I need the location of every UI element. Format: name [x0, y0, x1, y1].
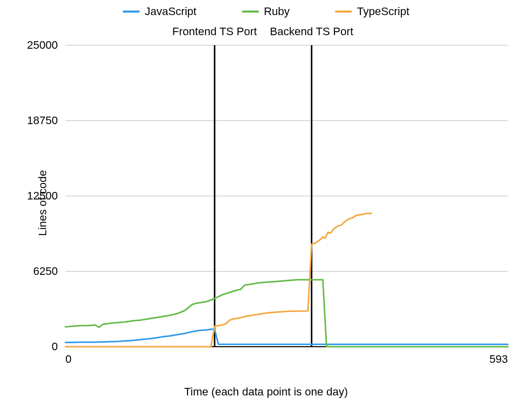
legend-label-javascript: JavaScript	[145, 5, 197, 18]
x-tick-label: 593	[489, 353, 508, 365]
legend: JavaScript Ruby TypeScript	[0, 5, 532, 18]
y-tick-label: 25000	[27, 39, 58, 51]
series-line-ruby	[65, 280, 508, 347]
y-tick-label: 18750	[27, 114, 58, 127]
plot-area: 062501250018750250000593Frontend TS Port…	[65, 45, 508, 354]
chart-container: JavaScript Ruby TypeScript Lines of code…	[0, 0, 532, 406]
legend-swatch-typescript	[335, 11, 352, 13]
legend-label-typescript: TypeScript	[357, 5, 409, 18]
legend-item-typescript: TypeScript	[335, 5, 409, 18]
chart-svg: 062501250018750250000593Frontend TS Port…	[65, 45, 508, 377]
annotation-label: Backend TS Port	[270, 25, 353, 38]
y-tick-label: 0	[52, 340, 58, 353]
legend-item-javascript: JavaScript	[123, 5, 197, 18]
y-axis-label: Lines of code	[36, 170, 49, 236]
annotation-label: Frontend TS Port	[172, 25, 257, 38]
legend-swatch-javascript	[123, 11, 140, 13]
y-tick-label: 12500	[27, 189, 58, 202]
series-line-javascript	[65, 329, 508, 344]
legend-swatch-ruby	[242, 11, 259, 13]
x-tick-label: 0	[65, 353, 71, 365]
x-axis-label: Time (each data point is one day)	[0, 385, 532, 398]
legend-item-ruby: Ruby	[242, 5, 290, 18]
y-tick-label: 6250	[33, 265, 58, 277]
legend-label-ruby: Ruby	[264, 5, 290, 18]
